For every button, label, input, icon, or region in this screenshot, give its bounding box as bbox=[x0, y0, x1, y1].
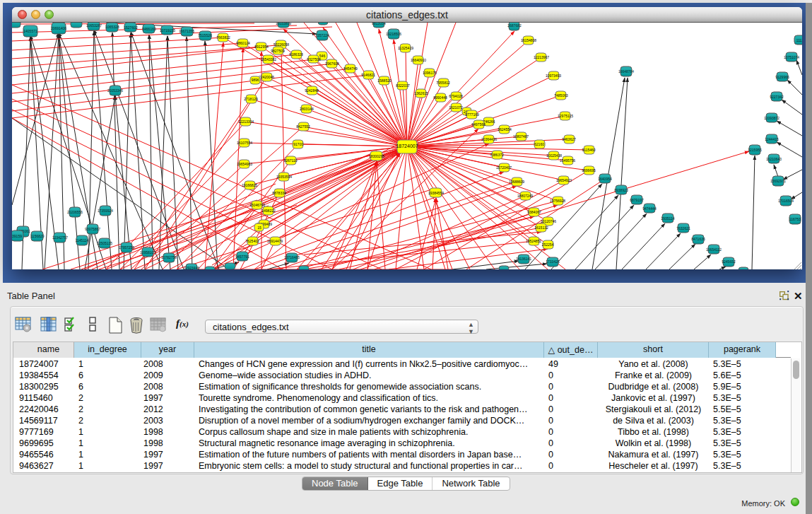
svg-text:19524851: 19524851 bbox=[526, 239, 541, 243]
svg-text:1244415: 1244415 bbox=[765, 137, 779, 141]
svg-text:9699695: 9699695 bbox=[582, 168, 596, 173]
svg-text:2967608: 2967608 bbox=[325, 62, 339, 66]
svg-text:6466160: 6466160 bbox=[142, 27, 156, 31]
svg-text:91700: 91700 bbox=[293, 142, 303, 146]
svg-text:3624554: 3624554 bbox=[498, 127, 512, 132]
svg-text:17957255: 17957255 bbox=[119, 245, 134, 250]
svg-text:1362615: 1362615 bbox=[414, 91, 428, 95]
svg-text:93975867: 93975867 bbox=[85, 227, 100, 231]
svg-text:18807249: 18807249 bbox=[517, 194, 533, 198]
svg-text:19654963: 19654963 bbox=[237, 162, 252, 166]
svg-text:1621072: 1621072 bbox=[449, 105, 463, 110]
svg-text:7955812: 7955812 bbox=[436, 81, 450, 85]
svg-text:9327508: 9327508 bbox=[307, 57, 321, 62]
svg-text:1615132: 1615132 bbox=[534, 226, 548, 230]
svg-text:10719155: 10719155 bbox=[160, 28, 175, 33]
svg-text:8471636: 8471636 bbox=[691, 237, 705, 241]
svg-text:10120746: 10120746 bbox=[541, 219, 556, 223]
svg-text:16648784: 16648784 bbox=[618, 69, 634, 74]
svg-text:2935114: 2935114 bbox=[661, 216, 674, 221]
svg-text:1640954: 1640954 bbox=[598, 177, 612, 181]
svg-text:9129966: 9129966 bbox=[775, 75, 789, 79]
svg-text:6879197: 6879197 bbox=[630, 198, 644, 202]
svg-text:10973493: 10973493 bbox=[546, 74, 561, 78]
svg-text:18300295: 18300295 bbox=[369, 154, 384, 158]
svg-text:1145114: 1145114 bbox=[76, 238, 89, 243]
svg-text:19353594: 19353594 bbox=[276, 175, 292, 179]
svg-text:10958107: 10958107 bbox=[140, 250, 155, 255]
svg-text:9146821: 9146821 bbox=[361, 73, 375, 77]
svg-text:1156829: 1156829 bbox=[30, 234, 44, 238]
svg-text:10654112: 10654112 bbox=[706, 247, 722, 252]
svg-text:20691406: 20691406 bbox=[51, 26, 66, 30]
svg-text:12975115: 12975115 bbox=[558, 114, 573, 118]
svg-text:12342757: 12342757 bbox=[52, 235, 68, 240]
svg-text:16914479: 16914479 bbox=[267, 239, 283, 243]
svg-text:9242848: 9242848 bbox=[305, 88, 319, 93]
svg-text:8912954: 8912954 bbox=[254, 45, 269, 49]
svg-text:10688609: 10688609 bbox=[509, 180, 524, 184]
svg-text:7357224: 7357224 bbox=[315, 33, 329, 37]
svg-text:10025438: 10025438 bbox=[546, 153, 562, 158]
svg-text:16107554: 16107554 bbox=[237, 141, 252, 145]
svg-text:10782759: 10782759 bbox=[161, 255, 177, 259]
svg-text:6794028: 6794028 bbox=[449, 94, 463, 98]
svg-text:16671355: 16671355 bbox=[179, 29, 194, 33]
svg-text:7386372: 7386372 bbox=[490, 153, 504, 157]
svg-text:22420046: 22420046 bbox=[259, 75, 274, 79]
svg-text:15: 15 bbox=[257, 226, 261, 230]
svg-text:12923448: 12923448 bbox=[184, 266, 199, 269]
svg-text:2803144: 2803144 bbox=[300, 107, 314, 111]
svg-text:15692971: 15692971 bbox=[770, 179, 786, 183]
svg-text:62160: 62160 bbox=[534, 142, 544, 146]
svg-text:9777169: 9777169 bbox=[465, 112, 479, 117]
svg-text:1498222: 1498222 bbox=[261, 209, 276, 213]
svg-text:7515526: 7515526 bbox=[198, 33, 212, 37]
svg-text:8990448: 8990448 bbox=[433, 95, 447, 100]
svg-text:12213967: 12213967 bbox=[534, 55, 549, 59]
svg-text:16210643: 16210643 bbox=[766, 157, 782, 161]
svg-text:1588520: 1588520 bbox=[377, 78, 392, 83]
svg-text:15720407: 15720407 bbox=[496, 165, 512, 170]
svg-text:19166825: 19166825 bbox=[242, 183, 257, 187]
svg-text:6497568: 6497568 bbox=[471, 122, 486, 127]
svg-text:9827509: 9827509 bbox=[271, 49, 285, 53]
svg-text:7632621: 7632621 bbox=[676, 226, 690, 230]
svg-text:39159: 39159 bbox=[12, 234, 22, 238]
svg-text:16640910: 16640910 bbox=[411, 58, 426, 62]
svg-text:7485063: 7485063 bbox=[554, 93, 568, 98]
svg-text:2687682: 2687682 bbox=[507, 23, 522, 28]
svg-text:116753: 116753 bbox=[789, 217, 801, 221]
svg-text:19384554: 19384554 bbox=[428, 191, 444, 195]
svg-text:13716485: 13716485 bbox=[284, 255, 300, 259]
svg-text:13751074: 13751074 bbox=[784, 55, 799, 59]
svg-text:12213304: 12213304 bbox=[238, 119, 254, 124]
svg-text:8267110: 8267110 bbox=[283, 158, 297, 163]
svg-text:1405571: 1405571 bbox=[23, 29, 37, 33]
svg-text:8878334: 8878334 bbox=[272, 191, 286, 195]
svg-text:9860124: 9860124 bbox=[236, 41, 250, 45]
svg-text:53226058: 53226058 bbox=[273, 42, 289, 47]
svg-text:9245652: 9245652 bbox=[722, 259, 736, 264]
svg-text:19756928: 19756928 bbox=[550, 199, 565, 203]
svg-text:14136141: 14136141 bbox=[516, 257, 531, 261]
svg-text:17359924: 17359924 bbox=[98, 209, 113, 213]
svg-text:19654923: 19654923 bbox=[556, 178, 572, 182]
svg-text:12093872: 12093872 bbox=[764, 116, 779, 120]
svg-text:8322037: 8322037 bbox=[396, 83, 410, 88]
svg-text:18724007: 18724007 bbox=[396, 144, 418, 148]
svg-text:1096175: 1096175 bbox=[423, 71, 437, 75]
svg-text:2718129: 2718129 bbox=[244, 97, 258, 101]
svg-text:20053346: 20053346 bbox=[107, 88, 123, 93]
svg-text:16543382: 16543382 bbox=[261, 57, 276, 62]
svg-text:17016504: 17016504 bbox=[778, 199, 794, 203]
svg-text:9463627: 9463627 bbox=[562, 137, 576, 141]
svg-text:11325419: 11325419 bbox=[398, 46, 413, 50]
svg-text:15046766: 15046766 bbox=[249, 203, 265, 207]
svg-text:252254: 252254 bbox=[542, 243, 554, 247]
svg-text:15495756: 15495756 bbox=[560, 158, 575, 163]
svg-text:19218506: 19218506 bbox=[386, 32, 401, 36]
svg-text:1112: 1112 bbox=[796, 38, 802, 42]
svg-text:20206556: 20206556 bbox=[67, 210, 83, 214]
svg-text:7625402: 7625402 bbox=[245, 239, 259, 243]
